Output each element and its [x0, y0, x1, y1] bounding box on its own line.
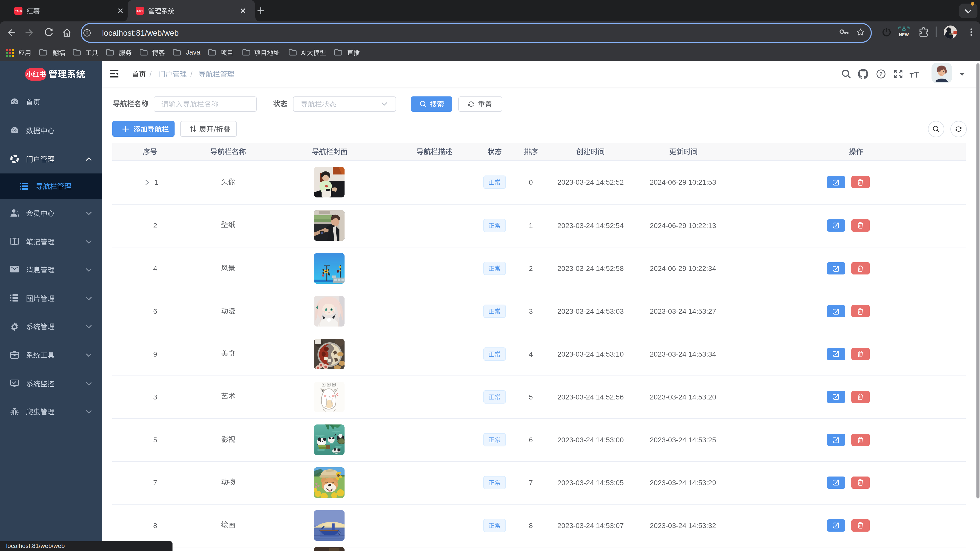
svg-text:?: ? — [879, 71, 883, 77]
